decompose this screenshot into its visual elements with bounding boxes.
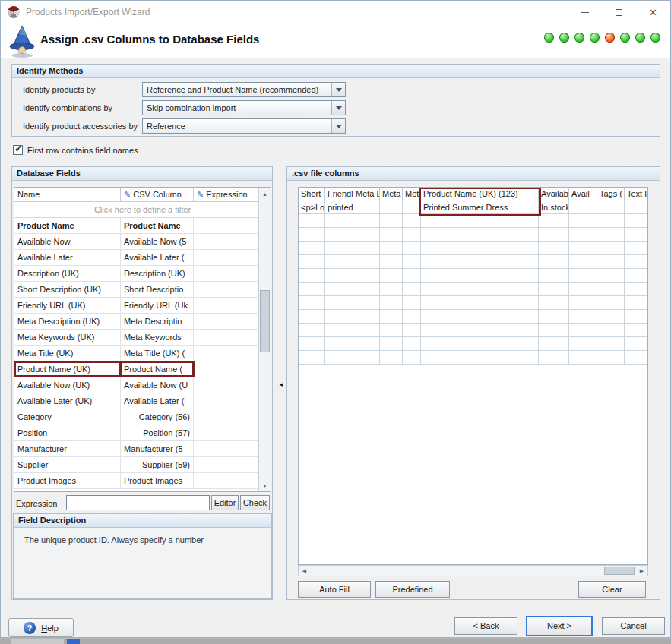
cell[interactable] — [353, 200, 380, 213]
first-row-checkbox-label[interactable]: First row contains field names — [27, 146, 138, 155]
table-row[interactable]: Friendly URL (UK)Friendly URL (Uk — [14, 298, 271, 314]
cell[interactable] — [325, 351, 353, 364]
cell[interactable] — [539, 283, 569, 295]
cell[interactable] — [325, 214, 353, 227]
cell[interactable]: In stock — [539, 200, 569, 213]
table-row[interactable]: Available Later (UK)Available Later ( — [14, 393, 271, 409]
cell[interactable] — [625, 269, 648, 282]
cell[interactable] — [539, 296, 569, 309]
identify-combobox[interactable]: Reference — [142, 118, 346, 134]
back-button[interactable]: < Back — [454, 617, 517, 635]
cell[interactable] — [353, 324, 380, 336]
expression-cell[interactable] — [194, 409, 258, 425]
cell[interactable] — [325, 269, 353, 282]
field-name-cell[interactable]: Position — [14, 425, 121, 440]
expression-cell[interactable] — [194, 266, 258, 281]
cell[interactable] — [353, 296, 380, 309]
first-row-checkbox[interactable]: ✓ — [13, 145, 23, 155]
cell[interactable] — [569, 324, 597, 336]
cell[interactable] — [299, 269, 325, 282]
csv-column-cell[interactable]: Available Now (U — [121, 377, 194, 393]
cell[interactable] — [325, 337, 353, 350]
combobox-dropdown-button[interactable] — [331, 119, 345, 133]
table-row[interactable]: Available Now (UK)Available Now (U — [14, 377, 271, 393]
cell[interactable] — [403, 255, 421, 268]
csv-column-header[interactable]: Meta — [403, 188, 421, 200]
table-row-empty[interactable] — [299, 228, 647, 242]
cell[interactable]: <p>Lo — [299, 200, 325, 213]
cell[interactable]: printed — [325, 200, 353, 213]
cell[interactable] — [625, 324, 648, 336]
cell[interactable] — [539, 337, 569, 350]
table-row-empty[interactable] — [299, 296, 647, 310]
maximize-button[interactable] — [602, 1, 636, 24]
field-name-cell[interactable]: Meta Keywords (UK) — [14, 330, 121, 345]
csv-column-cell[interactable]: Meta Title (UK) ( — [121, 346, 194, 361]
expression-cell[interactable] — [194, 425, 258, 440]
cell[interactable] — [403, 214, 421, 227]
scroll-left-icon[interactable]: ◀ — [299, 566, 310, 576]
cell[interactable] — [597, 200, 625, 213]
cell[interactable] — [299, 324, 325, 336]
expression-cell[interactable] — [194, 282, 258, 297]
vertical-scrollbar[interactable]: ▲ ▼ — [258, 188, 271, 491]
cell[interactable] — [597, 242, 625, 254]
expression-cell[interactable] — [194, 346, 258, 361]
field-name-cell[interactable]: Description (UK) — [14, 266, 121, 281]
table-row-empty[interactable] — [299, 324, 647, 337]
csv-column-header[interactable]: Short — [299, 188, 325, 200]
predefined-button[interactable]: Predefined — [375, 581, 450, 598]
csv-column-cell[interactable]: Position (57) — [121, 425, 194, 440]
csv-column-header[interactable]: Avail — [569, 188, 597, 200]
csv-column-cell[interactable]: Product Name ( — [121, 361, 194, 377]
expression-cell[interactable] — [194, 377, 258, 393]
expression-cell[interactable] — [194, 457, 258, 472]
cell[interactable] — [403, 283, 421, 295]
cell[interactable] — [353, 310, 380, 323]
title-bar[interactable]: Products Import/Export Wizard ✕ — [1, 1, 670, 24]
csv-column-header[interactable]: Meta D — [353, 188, 380, 200]
cell[interactable] — [539, 228, 569, 241]
csv-column-cell[interactable]: Category (56) — [121, 409, 194, 425]
cell[interactable] — [403, 351, 421, 364]
cell[interactable] — [421, 324, 539, 336]
identify-combobox[interactable]: Skip combination import — [142, 100, 346, 115]
field-name-cell[interactable]: Manufacturer — [14, 441, 121, 456]
cell[interactable] — [325, 283, 353, 295]
filter-row[interactable]: Click here to define a filter — [14, 202, 271, 218]
combobox-dropdown-button[interactable] — [331, 101, 345, 115]
cell[interactable] — [597, 324, 625, 336]
cell[interactable] — [421, 255, 539, 268]
cell[interactable] — [569, 351, 597, 364]
scrollbar-thumb[interactable] — [604, 567, 635, 575]
field-name-cell[interactable]: Meta Title (UK) — [14, 346, 121, 361]
field-name-cell[interactable]: Available Now — [14, 234, 121, 249]
cell[interactable] — [569, 200, 597, 213]
field-name-cell[interactable]: Product Name (UK) — [14, 361, 121, 377]
cell[interactable] — [625, 351, 648, 364]
cell[interactable] — [539, 310, 569, 323]
cell[interactable] — [325, 324, 353, 336]
cell[interactable] — [299, 214, 325, 227]
expression-cell[interactable] — [194, 314, 258, 329]
csv-column-cell[interactable]: Available Now (5 — [121, 234, 194, 249]
cell[interactable] — [403, 269, 421, 282]
field-name-cell[interactable]: Short Description (UK) — [14, 282, 121, 297]
cell[interactable] — [597, 283, 625, 295]
next-button[interactable]: Next > — [526, 616, 593, 636]
table-row-empty[interactable] — [299, 283, 647, 296]
cell[interactable] — [597, 228, 625, 241]
minimize-button[interactable] — [568, 1, 602, 24]
cell[interactable] — [539, 324, 569, 336]
field-name-cell[interactable]: Category — [14, 409, 121, 425]
field-name-cell[interactable]: Supplier — [14, 457, 121, 472]
cell[interactable] — [380, 255, 403, 268]
scroll-right-icon[interactable]: ▶ — [636, 566, 647, 576]
editor-button[interactable]: Editor — [211, 495, 239, 510]
cell[interactable] — [299, 337, 325, 350]
cell[interactable] — [569, 337, 597, 350]
cell[interactable] — [403, 324, 421, 336]
cell[interactable] — [597, 255, 625, 268]
field-name-cell[interactable]: Meta Description (UK) — [14, 314, 121, 329]
cell[interactable] — [353, 255, 380, 268]
